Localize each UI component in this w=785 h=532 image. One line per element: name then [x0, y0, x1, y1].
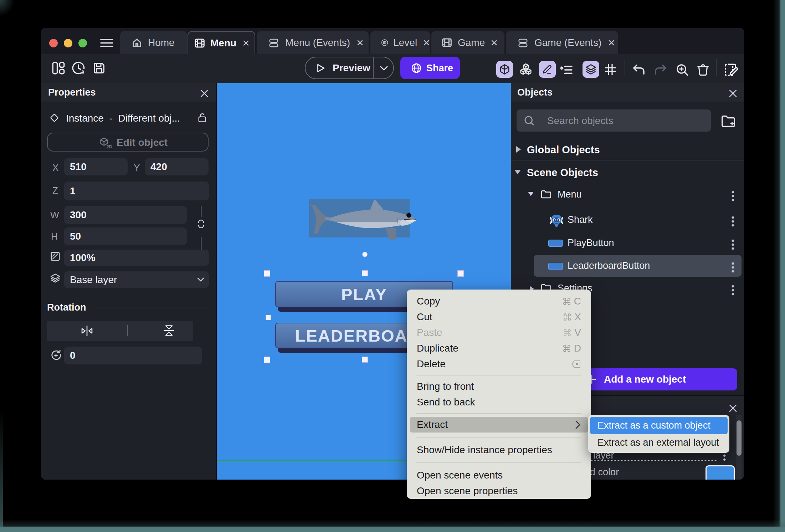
svg-text:2D: 2D: [106, 144, 112, 149]
